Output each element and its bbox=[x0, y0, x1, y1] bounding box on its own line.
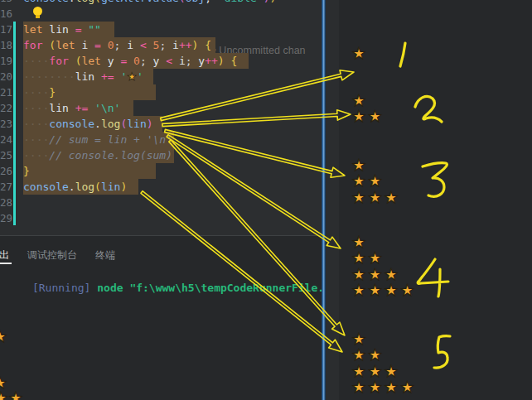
code-token: 0 bbox=[108, 39, 114, 51]
line-number[interactable]: 28 bbox=[0, 195, 12, 210]
line-number[interactable]: 15 bbox=[0, 0, 12, 6]
code-text: let lin = "" bbox=[23, 22, 101, 37]
line-number[interactable]: 16 bbox=[0, 6, 12, 22]
star-icon: ★ bbox=[367, 363, 384, 379]
tab-output[interactable]: 输出 bbox=[0, 248, 9, 263]
line-number[interactable]: 17 bbox=[0, 22, 12, 37]
code-line[interactable]: 28 bbox=[0, 195, 322, 210]
code-token: lin bbox=[49, 23, 68, 36]
line-number[interactable]: 27 bbox=[0, 179, 12, 195]
code-token: ++ bbox=[205, 55, 218, 67]
code-token: { bbox=[231, 55, 238, 67]
line-number[interactable]: 19 bbox=[0, 53, 12, 69]
code-text: for (let i = 0; i < 5; i++) { bbox=[23, 37, 211, 53]
code-text: ····lin += '\n' bbox=[23, 100, 120, 116]
code-editor[interactable]: 15console.log(getAttrValue(obj, 'dible')… bbox=[0, 0, 322, 235]
line-number[interactable]: 25 bbox=[0, 147, 12, 163]
code-token: obj bbox=[186, 0, 205, 4]
code-line[interactable]: 21····} bbox=[0, 84, 322, 100]
code-token: let bbox=[81, 55, 100, 67]
code-line[interactable]: 24····// sum = lin + '\n' bbox=[0, 132, 322, 147]
star-icon: ★ bbox=[367, 172, 384, 189]
code-token: < bbox=[140, 39, 147, 51]
code-token: ) bbox=[218, 55, 225, 67]
code-token bbox=[198, 39, 205, 51]
line-number[interactable]: 24 bbox=[0, 132, 12, 147]
code-line[interactable]: 23····console.log(lin) bbox=[0, 116, 322, 132]
star-icon: ★ bbox=[351, 92, 367, 108]
star-icon: ★ bbox=[367, 249, 384, 266]
star-icon: ★ bbox=[399, 378, 416, 395]
tab-debug-console[interactable]: 调试控制台 bbox=[27, 248, 77, 263]
code-token: for bbox=[23, 39, 42, 51]
selection-highlight bbox=[23, 163, 156, 179]
star-icon: ★ bbox=[351, 346, 367, 363]
star-icon: ★ bbox=[351, 189, 367, 205]
run-prefix: [Running] bbox=[32, 282, 97, 294]
code-token: , bbox=[205, 0, 218, 4]
code-token: ; bbox=[140, 55, 153, 67]
line-number[interactable]: 23 bbox=[0, 116, 12, 132]
code-token: getAttrValue bbox=[101, 0, 179, 4]
star-icon: ★ bbox=[367, 189, 384, 205]
code-text: ····// console.log(sum) bbox=[23, 147, 172, 163]
code-token: lin bbox=[101, 181, 120, 193]
star-icon: ★ bbox=[367, 108, 384, 124]
code-line[interactable]: 17let lin = ""You, 现在 • Uncommitted chan bbox=[0, 22, 322, 37]
line-number[interactable]: 26 bbox=[0, 163, 12, 179]
code-token bbox=[69, 23, 75, 36]
star-icon: ★ bbox=[399, 282, 416, 298]
code-line[interactable]: 16 bbox=[0, 6, 322, 22]
code-token bbox=[133, 39, 140, 51]
code-line[interactable]: 25····// console.log(sum) bbox=[0, 147, 322, 163]
tab-terminal[interactable]: 终端 bbox=[95, 248, 115, 263]
star-icon: ★ bbox=[351, 172, 367, 189]
code-line[interactable]: 15console.log(getAttrValue(obj, 'dible')… bbox=[0, 0, 322, 6]
code-token: } bbox=[49, 86, 56, 99]
code-token: ; bbox=[114, 39, 128, 51]
code-text: } bbox=[23, 163, 30, 179]
code-text: ········lin += '★' bbox=[23, 69, 143, 84]
line-number[interactable]: 22 bbox=[0, 100, 12, 116]
line-number[interactable]: 29 bbox=[0, 210, 12, 226]
code-token bbox=[225, 55, 231, 67]
code-token: i bbox=[127, 39, 133, 51]
code-line[interactable]: 27console.log(lin) bbox=[0, 179, 322, 195]
code-token: ' bbox=[137, 70, 143, 83]
code-line[interactable]: 26} bbox=[0, 163, 322, 179]
lightbulb-icon[interactable] bbox=[33, 7, 42, 16]
console-output-overlay[interactable]: ★★★★★★★★★★★★★★★★★★★★★★★★★★★★★★ bbox=[326, 0, 532, 400]
terminal-output-line[interactable]: [Running] node "f:\www\h5\tempCodeRunner… bbox=[0, 266, 344, 281]
code-line[interactable]: 18for (let i = 0; i < 5; i++) { bbox=[0, 37, 322, 53]
line-number[interactable]: 20 bbox=[0, 69, 12, 84]
code-token: log bbox=[101, 118, 120, 130]
code-token: i bbox=[172, 39, 179, 51]
line-number[interactable]: 21 bbox=[0, 84, 12, 100]
code-line[interactable]: 29 bbox=[0, 210, 322, 226]
code-token bbox=[88, 102, 94, 114]
code-token: '\n' bbox=[94, 102, 120, 114]
code-token bbox=[69, 55, 75, 67]
code-token: 'dible' bbox=[218, 0, 264, 4]
code-text: ····// sum = lin + '\n' bbox=[23, 132, 172, 147]
code-line[interactable]: 20········lin += '★' bbox=[0, 69, 322, 84]
code-token: log bbox=[75, 181, 94, 193]
code-token: ···· bbox=[23, 133, 49, 146]
code-token: . bbox=[94, 118, 101, 130]
code-text: ····for (let y = 0; y < i; y++) { bbox=[23, 53, 237, 69]
run-command: node "f:\www\h5\tempCodeRunnerFile.js" bbox=[97, 282, 343, 294]
code-token bbox=[94, 70, 101, 83]
code-line[interactable]: 19····for (let y = 0; y < i; y++) { bbox=[0, 53, 322, 69]
code-text: ····} bbox=[23, 84, 56, 100]
bottom-panel: 输出 调试控制台 终端 [Running] node "f:\www\h5\te… bbox=[0, 235, 322, 400]
code-line[interactable]: 22····lin += '\n' bbox=[0, 100, 322, 116]
code-token: += bbox=[101, 70, 114, 83]
code-token: ( bbox=[49, 39, 56, 51]
star-icon: ★ bbox=[383, 378, 399, 395]
code-token bbox=[172, 55, 179, 67]
code-token: ········ bbox=[23, 70, 75, 83]
star-icon: ★ bbox=[383, 266, 399, 282]
code-token: ···· bbox=[23, 55, 49, 67]
line-number[interactable]: 18 bbox=[0, 37, 12, 53]
code-token: y bbox=[108, 55, 114, 67]
